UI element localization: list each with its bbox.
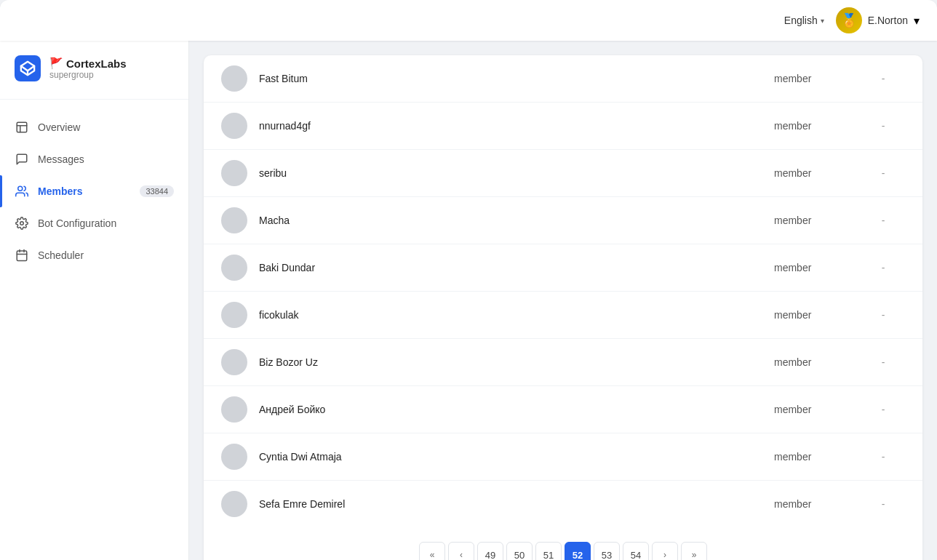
member-avatar <box>221 255 247 281</box>
member-role: member <box>774 498 861 510</box>
user-menu[interactable]: 🏅 E.Norton ▾ <box>836 7 920 33</box>
member-avatar <box>221 65 247 92</box>
member-name: Sefa Emre Demirel <box>259 498 774 510</box>
member-name: Biz Bozor Uz <box>259 356 774 368</box>
svg-point-3 <box>18 186 23 191</box>
user-chevron: ▾ <box>914 14 920 28</box>
brand-logo <box>15 55 41 81</box>
member-avatar <box>221 349 247 375</box>
page-prev[interactable]: ‹ <box>448 542 474 560</box>
member-avatar <box>221 396 247 423</box>
members-badge: 33844 <box>140 185 174 197</box>
member-action: - <box>861 498 905 510</box>
member-role: member <box>774 262 861 273</box>
sidebar-item-members[interactable]: Members 33844 <box>0 175 188 207</box>
chart-icon <box>15 120 29 135</box>
member-action: - <box>861 215 905 226</box>
nav-label-overview: Overview <box>38 121 80 133</box>
member-role: member <box>774 215 861 226</box>
member-action: - <box>861 356 905 368</box>
table-row: Cyntia Dwi Atmaja member - <box>204 433 922 481</box>
member-name: Fast Bitum <box>259 73 774 84</box>
member-role: member <box>774 404 861 415</box>
main-layout: 🚩 CortexLabs supergroup Overview Message… <box>0 41 937 560</box>
sidebar-item-overview[interactable]: Overview <box>0 111 188 143</box>
avatar: 🏅 <box>836 7 862 33</box>
brand-flag: 🚩 <box>49 57 63 70</box>
sidebar-item-scheduler[interactable]: Scheduler <box>0 239 188 271</box>
table-row: nnurnad4gf member - <box>204 103 922 150</box>
nav-label-scheduler: Scheduler <box>38 249 84 261</box>
member-role: member <box>774 451 861 463</box>
message-icon <box>15 152 29 167</box>
pagination: «‹495051525354›» <box>204 527 922 560</box>
user-name-label: E.Norton <box>868 15 908 26</box>
page-51[interactable]: 51 <box>535 542 562 560</box>
brand-text: 🚩 CortexLabs supergroup <box>49 57 127 80</box>
language-label: English <box>784 15 818 26</box>
page-50[interactable]: 50 <box>506 542 533 560</box>
page-49[interactable]: 49 <box>477 542 503 560</box>
table-row: Sefa Emre Demirel member - <box>204 481 922 527</box>
svg-rect-2 <box>17 122 27 132</box>
calendar-icon <box>15 248 29 263</box>
language-chevron: ▾ <box>821 17 824 25</box>
table-row: ficokulak member - <box>204 292 922 339</box>
app-header: English ▾ 🏅 E.Norton ▾ <box>0 0 937 41</box>
member-avatar <box>221 207 247 233</box>
member-action: - <box>861 404 905 415</box>
member-avatar <box>221 160 247 186</box>
page-last[interactable]: » <box>681 542 707 560</box>
member-action: - <box>861 167 905 179</box>
language-selector[interactable]: English ▾ <box>784 15 824 26</box>
sidebar-item-bot-configuration[interactable]: Bot Configuration <box>0 207 188 239</box>
member-name: Baki Dundar <box>259 262 774 273</box>
member-role: member <box>774 356 861 368</box>
brand-name: 🚩 CortexLabs <box>49 57 127 70</box>
svg-rect-5 <box>17 251 27 261</box>
member-role: member <box>774 167 861 179</box>
member-name: seribu <box>259 167 774 179</box>
page-first[interactable]: « <box>419 542 445 560</box>
table-row: Biz Bozor Uz member - <box>204 339 922 386</box>
nav-label-messages: Messages <box>38 153 84 165</box>
table-row: seribu member - <box>204 150 922 197</box>
table-row: Андрей Бойко member - <box>204 386 922 433</box>
brand-sub: supergroup <box>49 70 127 80</box>
member-role: member <box>774 309 861 321</box>
users-icon <box>15 184 29 199</box>
member-avatar <box>221 491 247 517</box>
brand-name-label: CortexLabs <box>66 57 127 70</box>
sidebar-brand: 🚩 CortexLabs supergroup <box>0 55 188 100</box>
main-content: Fast Bitum member - nnurnad4gf member - … <box>189 41 937 560</box>
sidebar: 🚩 CortexLabs supergroup Overview Message… <box>0 41 189 560</box>
member-avatar <box>221 113 247 139</box>
member-name: Cyntia Dwi Atmaja <box>259 451 774 463</box>
table-row: Fast Bitum member - <box>204 55 922 103</box>
member-name: Андрей Бойко <box>259 404 774 415</box>
nav-label-bot-configuration: Bot Configuration <box>38 217 116 229</box>
sidebar-nav: Overview Messages Members 33844 Bot Conf… <box>0 111 188 271</box>
member-avatar <box>221 302 247 328</box>
members-card: Fast Bitum member - nnurnad4gf member - … <box>204 55 922 560</box>
sidebar-item-messages[interactable]: Messages <box>0 143 188 175</box>
member-avatar <box>221 444 247 470</box>
page-next[interactable]: › <box>652 542 678 560</box>
member-name: Macha <box>259 215 774 226</box>
member-role: member <box>774 120 861 132</box>
table-row: Baki Dundar member - <box>204 244 922 292</box>
page-53[interactable]: 53 <box>594 542 620 560</box>
member-role: member <box>774 73 861 84</box>
member-action: - <box>861 451 905 463</box>
svg-point-4 <box>20 222 24 225</box>
page-52[interactable]: 52 <box>565 542 591 560</box>
nav-label-members: Members <box>38 185 82 197</box>
member-action: - <box>861 120 905 132</box>
table-row: Macha member - <box>204 197 922 244</box>
page-54[interactable]: 54 <box>623 542 649 560</box>
member-action: - <box>861 73 905 84</box>
member-name: nnurnad4gf <box>259 120 774 132</box>
gear-icon <box>15 216 29 231</box>
member-action: - <box>861 309 905 321</box>
member-action: - <box>861 262 905 273</box>
